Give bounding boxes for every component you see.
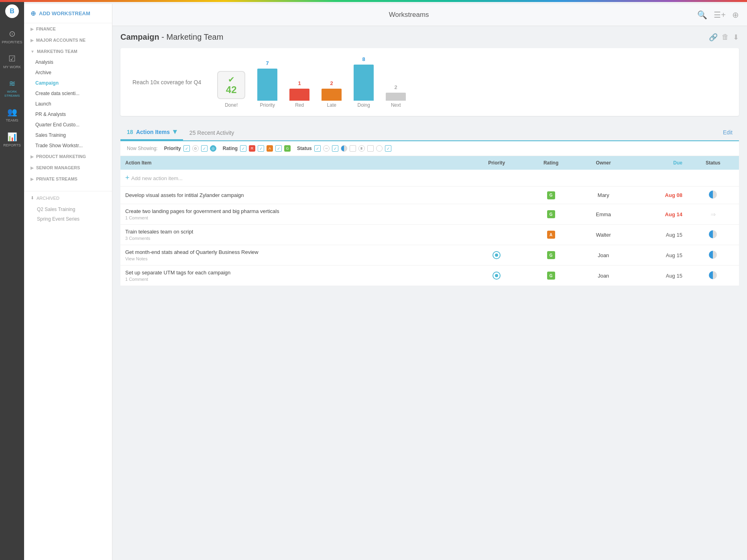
rating-check-1[interactable]: ✓ xyxy=(240,145,246,152)
status-check-4[interactable] xyxy=(367,145,374,152)
sidebar-item-reports[interactable]: 📊 REPORTS xyxy=(0,127,24,152)
now-showing-label: Now Showing: xyxy=(127,146,158,151)
status-pause-icon[interactable]: ⏸ xyxy=(358,145,365,152)
status-arrow-icon[interactable]: ⇒ xyxy=(323,145,330,152)
bar-red xyxy=(289,89,309,101)
priority-check-1[interactable]: ✓ xyxy=(183,145,190,152)
status-half-icon xyxy=(709,251,717,259)
priority-cell xyxy=(468,204,525,225)
bar-doing xyxy=(354,65,374,101)
sidebar-group-header-marketing-team[interactable]: ▼ MARKETING TEAM xyxy=(24,46,112,57)
rating-cell: G xyxy=(525,245,577,266)
sidebar-item-quarter-end[interactable]: Quarter End Custo... xyxy=(24,120,112,130)
priority-filter-label: Priority xyxy=(164,146,181,151)
sidebar-archived-item-q2-sales[interactable]: Q2 Sales Training xyxy=(24,205,112,214)
status-half-icon xyxy=(709,191,717,199)
priority-teal-icon[interactable]: ◎ xyxy=(210,145,216,152)
sidebar-item-archive[interactable]: Archive xyxy=(24,67,112,78)
rating-green-icon[interactable]: G xyxy=(284,145,291,152)
owner-cell: Walter xyxy=(577,225,630,245)
tab-recent-activity[interactable]: 25 Recent Activity xyxy=(183,126,240,140)
status-check-1[interactable]: ✓ xyxy=(314,145,321,152)
filter-group-rating: Rating ✓ R ✓ A ✓ G xyxy=(223,145,291,152)
action-item-name: Set up separate UTM tags for each campai… xyxy=(120,266,468,286)
owner-cell: Joan xyxy=(577,266,630,286)
stats-label-red: Red xyxy=(295,102,304,108)
stats-bar-group-priority: 7 Priority xyxy=(257,60,277,108)
status-check-5[interactable]: ✓ xyxy=(385,145,391,152)
page-content: Campaign - Marketing Team 🔗 🗑 ⬇ Reach 10… xyxy=(112,26,747,292)
sidebar-group-header-finance[interactable]: ▶ FINANCE xyxy=(24,23,112,34)
download-icon[interactable]: ⬇ xyxy=(733,33,739,42)
stats-label-next: Next xyxy=(391,102,401,108)
tabs-row: 18 Action Items ▾ 25 Recent Activity Edi… xyxy=(120,124,739,141)
sidebar-item-teams[interactable]: 👥 TEAMS xyxy=(0,102,24,127)
sidebar-item-campaign[interactable]: Campaign xyxy=(24,78,112,88)
trash-icon[interactable]: 🗑 xyxy=(722,33,729,42)
bar-count-next: 2 xyxy=(395,84,397,90)
rating-badge: G xyxy=(547,191,555,199)
status-half-icon[interactable] xyxy=(341,145,347,152)
sidebar-group-header-major-accounts[interactable]: ▶ MAJOR ACCOUNTS NE xyxy=(24,34,112,46)
action-item-name: Get month-end stats ahead of Quarterly B… xyxy=(120,245,468,266)
sidebar-group-header-senior-managers[interactable]: ▶ SENIOR MANAGERS xyxy=(24,162,112,173)
priority-cell xyxy=(468,245,525,266)
link-icon[interactable]: 🔗 xyxy=(709,33,718,42)
rating-red-icon[interactable]: R xyxy=(249,145,255,152)
logo-circle: B xyxy=(5,4,19,18)
sidebar-item-work-streams[interactable]: ≋ WORK STREAMS xyxy=(0,74,24,102)
add-item-button[interactable]: + xyxy=(125,174,130,182)
search-icon[interactable]: 🔍 xyxy=(697,10,707,20)
sidebar-archived-header[interactable]: ⬇ ARCHIVED xyxy=(24,191,112,205)
rating-check-2[interactable]: ✓ xyxy=(258,145,264,152)
app-logo[interactable]: B xyxy=(0,2,24,20)
action-item-name: Create two landing pages for government … xyxy=(120,204,468,225)
add-item-placeholder[interactable]: Add new action item... xyxy=(131,175,183,181)
sidebar-item-create-data[interactable]: Create data scienti... xyxy=(24,88,112,99)
rating-check-3[interactable]: ✓ xyxy=(275,145,282,152)
add-icon[interactable]: ⊕ xyxy=(732,10,739,20)
priority-target-icon xyxy=(493,272,501,280)
status-empty-icon[interactable] xyxy=(376,145,383,152)
arrow-icon: ▶ xyxy=(31,177,34,181)
comment-text: 1 Comment xyxy=(125,215,464,220)
tab-action-items[interactable]: 18 Action Items ▾ xyxy=(120,124,183,140)
status-check-3[interactable] xyxy=(350,145,356,152)
due-date-cell: Aug 08 xyxy=(630,187,687,204)
priority-cell xyxy=(468,187,525,204)
bar-count-doing: 8 xyxy=(362,56,365,62)
col-header-action-item: Action Item xyxy=(120,156,468,170)
rating-orange-icon[interactable]: A xyxy=(267,145,273,152)
view-notes-link[interactable]: View Notes xyxy=(125,256,464,261)
sidebar-item-analysis[interactable]: Analysis xyxy=(24,57,112,67)
priority-check-2[interactable]: ✓ xyxy=(201,145,208,152)
status-check-2[interactable]: ✓ xyxy=(332,145,338,152)
sidebar-archived-item-spring-event[interactable]: Spring Event Series xyxy=(24,214,112,224)
bar-late xyxy=(322,89,342,101)
due-date-cell: Aug 15 xyxy=(630,225,687,245)
tabs: 18 Action Items ▾ 25 Recent Activity xyxy=(120,124,240,140)
table-row: Get month-end stats ahead of Quarterly B… xyxy=(120,245,739,266)
add-item-row: + Add new action item... xyxy=(120,170,739,187)
app-title: Workstreams xyxy=(389,11,429,19)
stats-goal: Reach 10x coverage for Q4 xyxy=(132,79,201,85)
stats-bar-group-late: 2 Late xyxy=(322,80,342,108)
sidebar-group-header-product-marketing[interactable]: ▶ PRODUCT MARKETING xyxy=(24,151,112,162)
priority-circle-icon[interactable]: ⊙ xyxy=(192,145,199,152)
bar-priority xyxy=(257,69,277,101)
sidebar-item-priorities[interactable]: ⊙ PRIORITIES xyxy=(0,24,24,49)
add-list-icon[interactable]: ☰+ xyxy=(714,10,726,20)
sidebar-item-my-work[interactable]: ☑ MY WORK xyxy=(0,49,24,74)
stats-bar-group-next: 2 Next xyxy=(386,84,406,108)
add-workstream-button[interactable]: ⊕ ADD WORKSTREAM xyxy=(24,4,112,23)
edit-button[interactable]: Edit xyxy=(716,126,739,139)
sidebar-item-trade-show[interactable]: Trade Show Workstr... xyxy=(24,140,112,151)
sidebar-item-pr-analysts[interactable]: PR & Analysts xyxy=(24,109,112,120)
rating-filter-label: Rating xyxy=(223,146,238,151)
priority-target-icon xyxy=(493,251,501,259)
sidebar-group-header-private-streams[interactable]: ▶ PRIVATE STREAMS xyxy=(24,173,112,185)
sidebar-item-sales-training[interactable]: Sales Training xyxy=(24,130,112,140)
sidebar-item-launch[interactable]: Launch xyxy=(24,99,112,109)
priority-cell xyxy=(468,266,525,286)
stats-done-box: ✔ 42 Done! xyxy=(217,71,245,108)
